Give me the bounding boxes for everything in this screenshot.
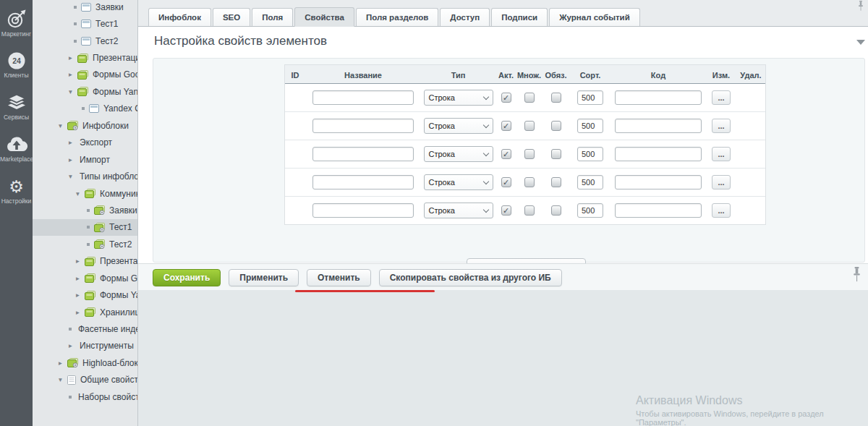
tree-item[interactable]: ▸Инструменты [33, 338, 138, 354]
column-header-label: Изм. [712, 71, 730, 80]
tree-item[interactable]: Фасетные индексы [33, 320, 138, 337]
tree-item[interactable]: Yandex Calendar Заявки [33, 101, 138, 117]
tab-1[interactable]: SEO [213, 8, 250, 26]
required-checkbox[interactable] [551, 149, 561, 159]
type-select[interactable]: Строка [424, 203, 493, 218]
active-checkbox[interactable]: ✓ [501, 93, 511, 103]
active-checkbox[interactable]: ✓ [501, 177, 511, 187]
stack-gear-icon [67, 358, 78, 367]
footer-button-3[interactable]: Скопировать свойства из другого ИБ [379, 269, 562, 286]
chevron-right-icon: ▸ [69, 139, 75, 146]
required-checkbox[interactable] [551, 205, 561, 216]
tree-item[interactable]: ▸Импорт [33, 151, 138, 168]
tab-4[interactable]: Поля разделов [356, 8, 438, 26]
edit-button[interactable]: ... [712, 119, 731, 133]
tree-item[interactable]: Наборы свойств [33, 388, 138, 405]
name-input[interactable] [312, 203, 414, 218]
sidebar-item-layers[interactable]: Сервисы [0, 93, 33, 121]
tab-label: Свойства [305, 13, 344, 22]
column-header-label: Удал. [740, 71, 761, 80]
tree-item[interactable]: ▸Презентации [33, 49, 138, 66]
tree-item[interactable]: Заявки [33, 202, 138, 218]
sidebar-item-cloud-upload[interactable]: Marketplace [0, 135, 33, 163]
tree-item[interactable]: ▾Коммуникации [33, 185, 138, 202]
name-input[interactable] [312, 90, 414, 105]
tree-item[interactable]: Заявки [33, 0, 138, 15]
type-select-value: Строка [429, 178, 455, 187]
active-checkbox[interactable]: ✓ [501, 205, 511, 216]
tree-item[interactable]: Тест1 [33, 219, 138, 236]
footer-button-2[interactable]: Отменить [307, 269, 371, 286]
code-input[interactable] [615, 90, 702, 105]
collapse-chevron-icon[interactable] [856, 40, 865, 45]
tree-item-label: Импорт [80, 155, 110, 165]
sort-input[interactable] [577, 90, 603, 105]
tree-item[interactable]: Тест1 [33, 15, 138, 32]
chevron-down-icon: ▾ [59, 122, 65, 129]
tree-item[interactable]: Тест2 [33, 33, 138, 49]
name-input[interactable] [312, 175, 414, 189]
multiple-checkbox[interactable] [524, 93, 535, 103]
edit-button[interactable]: ... [712, 203, 731, 218]
sort-input[interactable] [577, 119, 603, 133]
tree-item[interactable]: ▸Формы Google Calendar [33, 67, 138, 83]
sidebar-item-bitrix24[interactable]: 24Клиенты [0, 51, 33, 79]
tree-item[interactable]: ▸Highload-блоки [33, 354, 138, 371]
edit-button[interactable]: ... [712, 175, 731, 189]
code-input[interactable] [615, 175, 702, 189]
active-checkbox[interactable]: ✓ [501, 121, 511, 131]
tab-3[interactable]: Свойства [294, 7, 354, 27]
tab-6[interactable]: Подписи [491, 8, 548, 26]
sidebar-item-gear[interactable]: ⚙Настройки [0, 176, 33, 205]
footer-button-1[interactable]: Применить [229, 269, 299, 286]
name-input[interactable] [312, 119, 414, 133]
required-checkbox[interactable] [551, 177, 561, 187]
tree-item[interactable]: ▸Экспорт [33, 135, 138, 151]
type-select[interactable]: Строка [424, 146, 493, 162]
required-checkbox[interactable] [551, 121, 561, 131]
tree-item[interactable]: ▾Формы Yandex Calendar [33, 83, 138, 100]
code-input[interactable] [615, 203, 702, 218]
sort-input[interactable] [577, 203, 603, 218]
gear-icon: ⚙ [0, 176, 33, 196]
tree-item-label: Yandex Calendar Заявки [103, 103, 138, 114]
active-checkbox[interactable]: ✓ [501, 149, 511, 159]
edit-button[interactable]: ... [712, 147, 731, 161]
watermark-subtitle: Чтобы активировать Windows, перейдите в … [636, 409, 868, 426]
tab-label: SEO [223, 13, 240, 22]
tab-7[interactable]: Журнал событий [549, 8, 640, 26]
tree-item[interactable]: ▾Типы инфоблоков [33, 168, 138, 184]
table-header-row: IDНазваниеТипАкт.Множ.Обяз.Сорт.КодИзм.У… [285, 65, 765, 84]
multiple-checkbox[interactable] [524, 205, 535, 216]
multiple-checkbox[interactable] [524, 149, 535, 159]
tab-0[interactable]: Инфоблок [148, 8, 211, 26]
tree-item[interactable]: ▾Общие свойства [33, 372, 138, 388]
save-button[interactable]: Сохранить [153, 269, 221, 286]
type-select[interactable]: Строка [424, 90, 493, 106]
tree-item[interactable]: ▸Формы Google Calendar [33, 270, 138, 286]
type-select[interactable]: Строка [424, 118, 493, 134]
tree-item[interactable]: ▾Инфоблоки [33, 117, 138, 134]
cloud-upload-icon [0, 135, 33, 154]
code-input[interactable] [615, 147, 702, 161]
sidebar-item-target[interactable]: Маркетинг [0, 9, 33, 38]
tree-item[interactable]: ▸Хранилище данных [33, 304, 138, 320]
pin-icon[interactable] [852, 267, 861, 283]
sort-input[interactable] [577, 147, 603, 161]
multiple-checkbox[interactable] [524, 121, 535, 131]
tree-item-label: Заявки [95, 2, 124, 12]
code-input[interactable] [615, 119, 702, 133]
chevron-down-icon [482, 122, 488, 127]
tab-5[interactable]: Доступ [440, 8, 490, 26]
tree-item[interactable]: ▸Презентации [33, 253, 138, 270]
tree-item[interactable]: ▸Формы Yandex Calendar [33, 286, 138, 303]
required-checkbox[interactable] [551, 93, 561, 103]
type-select[interactable]: Строка [424, 174, 493, 190]
tab-2[interactable]: Поля [252, 8, 293, 26]
name-input[interactable] [312, 147, 414, 161]
multiple-checkbox[interactable] [524, 177, 535, 187]
edit-button[interactable]: ... [712, 90, 731, 105]
tree-item[interactable]: Тест2 [33, 236, 138, 252]
sort-input[interactable] [577, 175, 603, 189]
pin-icon[interactable] [857, 1, 864, 12]
